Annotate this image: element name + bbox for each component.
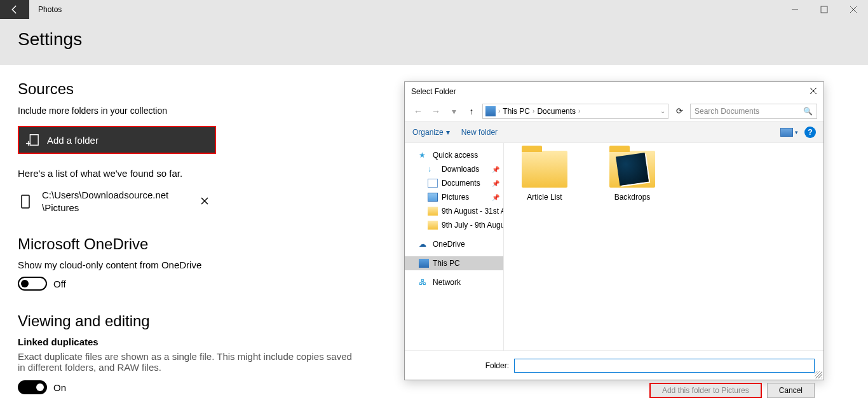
- folder-item[interactable]: Article List: [514, 151, 575, 202]
- linked-duplicates-toggle[interactable]: [18, 380, 47, 394]
- linked-duplicates-toggle-label: On: [53, 382, 66, 393]
- add-folder-label: Add a folder: [47, 135, 98, 146]
- minimize-button[interactable]: [780, 0, 810, 19]
- device-folder-icon: [18, 194, 33, 209]
- folder-name: Article List: [514, 193, 575, 202]
- maximize-button[interactable]: [810, 0, 839, 19]
- folder-icon: [428, 221, 438, 230]
- breadcrumb[interactable]: › This PC › Documents › ⌄: [482, 104, 668, 119]
- dialog-close-button[interactable]: [810, 86, 817, 97]
- pictures-icon: [428, 193, 438, 202]
- view-icon: [780, 128, 793, 137]
- nav-back-button[interactable]: ←: [411, 106, 425, 116]
- pc-icon: [485, 106, 496, 116]
- refresh-button[interactable]: ⟳: [672, 106, 686, 116]
- chevron-down-icon: ▾: [446, 128, 450, 137]
- pin-icon: 📌: [492, 180, 499, 187]
- organize-menu[interactable]: Organize ▾: [412, 128, 450, 137]
- folder-item[interactable]: Backdrops: [602, 151, 663, 202]
- add-folder-icon: [25, 133, 39, 147]
- nav-recent-dropdown[interactable]: ▾: [447, 106, 461, 116]
- breadcrumb-item[interactable]: Documents: [537, 107, 576, 116]
- linked-duplicates-body: Exact duplicate files are shown as a sin…: [18, 351, 361, 373]
- star-icon: ★: [419, 151, 429, 160]
- onedrive-toggle-label: Off: [53, 279, 66, 289]
- onedrive-toggle[interactable]: [18, 277, 47, 291]
- nav-forward-button[interactable]: →: [429, 106, 443, 116]
- folder-tree: ★Quick access ↓Downloads📌 Documents📌 Pic…: [405, 143, 504, 350]
- tree-quick-access[interactable]: ★Quick access: [405, 148, 503, 162]
- page-title: Settings: [18, 29, 850, 50]
- tree-documents[interactable]: Documents📌: [405, 176, 503, 190]
- cancel-button[interactable]: Cancel: [767, 383, 815, 398]
- chevron-right-icon: ›: [498, 107, 500, 114]
- folder-icon: [609, 151, 655, 188]
- network-icon: 🖧: [419, 278, 429, 287]
- folder-input-label: Folder:: [414, 361, 509, 370]
- view-button[interactable]: ▾: [780, 128, 798, 137]
- select-folder-dialog: Select Folder ← → ▾ ↑ › This PC › Docume…: [404, 81, 824, 380]
- resize-grip[interactable]: [815, 371, 822, 378]
- tree-pictures[interactable]: Pictures📌: [405, 190, 503, 204]
- titlebar: Photos: [0, 0, 868, 19]
- chevron-down-icon[interactable]: ⌄: [660, 107, 665, 114]
- tree-folder[interactable]: 9th July - 9th Augus: [405, 218, 503, 232]
- tree-network[interactable]: 🖧Network: [405, 275, 503, 289]
- search-icon: 🔍: [803, 107, 813, 116]
- download-icon: ↓: [428, 165, 438, 174]
- dialog-title: Select Folder: [411, 87, 456, 96]
- back-button[interactable]: [0, 0, 29, 19]
- tree-downloads[interactable]: ↓Downloads📌: [405, 162, 503, 176]
- svg-rect-7: [22, 195, 29, 208]
- help-button[interactable]: ?: [804, 127, 816, 138]
- document-icon: [428, 179, 438, 188]
- pin-icon: 📌: [492, 194, 499, 201]
- add-this-folder-button[interactable]: Add this folder to Pictures: [649, 383, 762, 398]
- close-button[interactable]: [839, 0, 868, 19]
- add-folder-button[interactable]: Add a folder: [18, 126, 216, 154]
- breadcrumb-item[interactable]: This PC: [503, 107, 530, 116]
- onedrive-icon: ☁: [419, 240, 429, 249]
- monitor-icon: [419, 259, 429, 268]
- folder-icon: [522, 151, 567, 188]
- search-input[interactable]: Search Documents 🔍: [690, 104, 817, 119]
- chevron-right-icon: ›: [532, 107, 534, 114]
- tree-folder[interactable]: 9th August - 31st Au: [405, 204, 503, 218]
- tree-this-pc[interactable]: This PC: [405, 256, 503, 270]
- folder-icon: [428, 207, 438, 216]
- chevron-right-icon: ›: [578, 107, 580, 114]
- pin-icon: 📌: [492, 166, 499, 173]
- file-list: Article List Backdrops: [504, 143, 824, 350]
- app-title: Photos: [38, 5, 62, 14]
- svg-rect-4: [30, 135, 38, 146]
- folder-name: Backdrops: [602, 193, 663, 202]
- tree-onedrive[interactable]: ☁OneDrive: [405, 237, 503, 251]
- remove-folder-button[interactable]: [201, 197, 208, 207]
- search-placeholder: Search Documents: [695, 107, 759, 116]
- new-folder-button[interactable]: New folder: [461, 128, 498, 137]
- page-heading-area: Settings: [0, 19, 868, 65]
- chevron-down-icon: ▾: [795, 129, 798, 135]
- nav-up-button[interactable]: ↑: [465, 106, 478, 116]
- svg-rect-1: [821, 6, 827, 13]
- folder-input[interactable]: [514, 359, 815, 373]
- folder-path: C:\Users\Downloadsource.net \Pictures: [42, 189, 194, 214]
